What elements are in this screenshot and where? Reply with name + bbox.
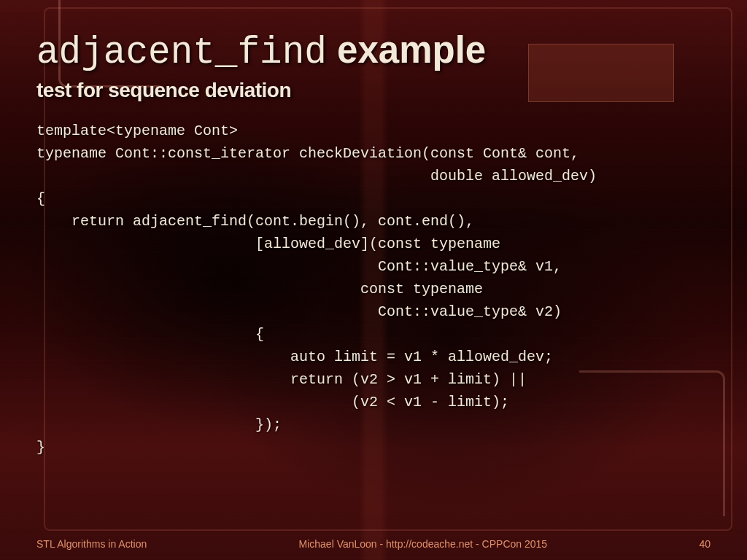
slide-content: adjacent_find example test for sequence … [0,0,747,532]
footer-left: STL Algorithms in Action [36,538,147,550]
slide-subtitle: test for sequence deviation [36,79,711,102]
slide-title: adjacent_find example [36,31,711,73]
title-rest: example [327,29,486,71]
title-monospace: adjacent_find [36,32,327,74]
footer-center: Michael VanLoon - http://codeache.net - … [147,538,699,550]
footer-page-number: 40 [699,538,711,550]
code-block: template<typename Cont> typename Cont::c… [36,120,711,459]
slide-footer: STL Algorithms in Action Michael VanLoon… [0,534,747,560]
